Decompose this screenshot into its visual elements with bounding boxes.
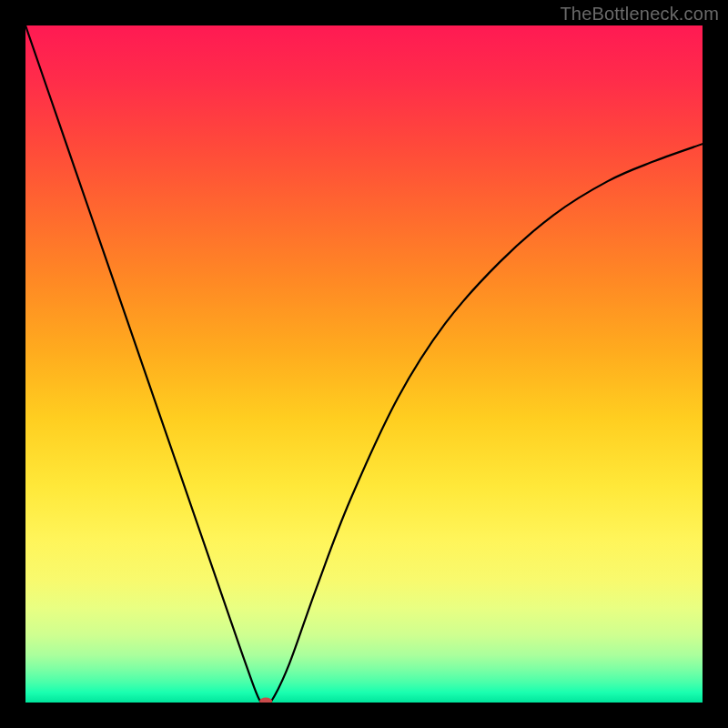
plot-area bbox=[25, 25, 703, 703]
watermark-text: TheBottleneck.com bbox=[560, 4, 719, 25]
chart-frame: TheBottleneck.com bbox=[0, 0, 728, 728]
background-gradient bbox=[25, 25, 703, 703]
